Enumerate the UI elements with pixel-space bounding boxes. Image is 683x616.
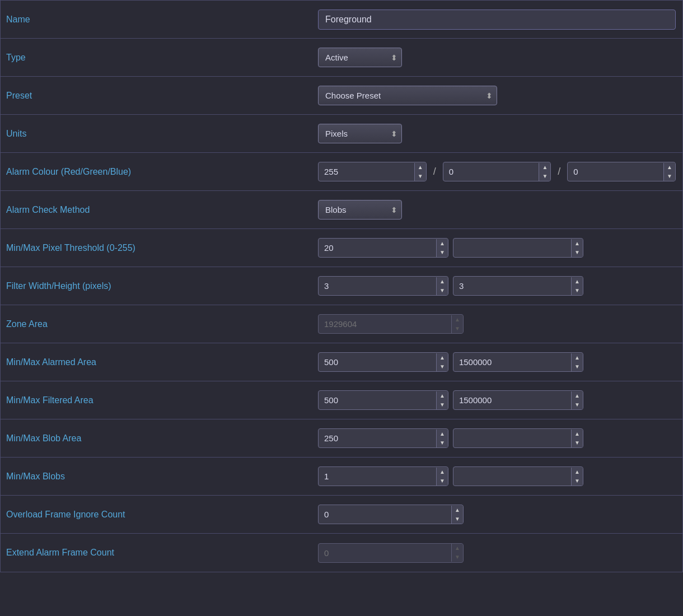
control-units: Pixels Percentage ⬍ (311, 118, 682, 149)
units-select[interactable]: Pixels Percentage (318, 124, 402, 143)
type-select-wrap: Active Inclusive Exclusive Preclusive ⬍ (318, 48, 402, 67)
pixel-threshold-min-down[interactable]: ▼ (437, 248, 448, 257)
row-blob-area: Min/Max Blob Area ▲ ▼ ▲ ▼ (1, 419, 682, 458)
extend-alarm-frame-wrap: ▲ ▼ (318, 543, 464, 563)
control-blob-area: ▲ ▼ ▲ ▼ (311, 423, 682, 454)
label-extend-alarm-frame: Extend Alarm Frame Count (1, 541, 311, 564)
alarmed-area-max-down[interactable]: ▼ (572, 362, 583, 371)
overload-frame-ignore-down[interactable]: ▼ (452, 515, 463, 524)
blobs-min-buttons: ▲ ▼ (436, 468, 448, 486)
pixel-threshold-max-up[interactable]: ▲ (572, 239, 583, 248)
control-alarmed-area: ▲ ▼ ▲ ▼ (311, 347, 682, 377)
extend-alarm-frame-down: ▼ (452, 553, 463, 562)
alarmed-area-min-buttons: ▲ ▼ (436, 353, 448, 371)
pixel-threshold-max-buttons: ▲ ▼ (571, 239, 583, 257)
filtered-area-min-wrap: ▲ ▼ (318, 390, 448, 410)
alarm-colour-b-input[interactable] (568, 162, 663, 181)
blobs-max-up[interactable]: ▲ (572, 468, 583, 477)
blob-area-max-up[interactable]: ▲ (572, 430, 583, 438)
zone-area-down: ▼ (452, 324, 463, 333)
alarm-colour-g-up[interactable]: ▲ (539, 163, 550, 172)
label-alarm-colour: Alarm Colour (Red/Green/Blue) (1, 160, 311, 184)
label-pixel-threshold: Min/Max Pixel Threshold (0-255) (1, 236, 311, 260)
row-units: Units Pixels Percentage ⬍ (1, 115, 682, 153)
alarm-colour-b-up[interactable]: ▲ (664, 163, 675, 172)
filtered-area-max-down[interactable]: ▼ (572, 400, 583, 409)
pixel-threshold-max-down[interactable]: ▼ (572, 248, 583, 257)
alarmed-area-min-down[interactable]: ▼ (437, 362, 448, 371)
blobs-max-down[interactable]: ▼ (572, 477, 583, 486)
control-preset: Choose Preset ⬍ (311, 80, 682, 111)
units-select-wrap: Pixels Percentage ⬍ (318, 124, 402, 143)
alarm-colour-r-input[interactable] (319, 162, 414, 181)
pixel-threshold-min-buttons: ▲ ▼ (436, 239, 448, 257)
label-filter-wh: Filter Width/Height (pixels) (1, 274, 311, 298)
blob-area-max-down[interactable]: ▼ (572, 438, 583, 447)
row-extend-alarm-frame: Extend Alarm Frame Count ▲ ▼ (1, 534, 682, 572)
alarm-colour-r-down[interactable]: ▼ (415, 172, 426, 181)
type-select[interactable]: Active Inclusive Exclusive Preclusive (318, 48, 402, 67)
pixel-threshold-max-input[interactable] (453, 239, 571, 257)
filter-height-input[interactable] (453, 277, 571, 295)
filtered-area-min-down[interactable]: ▼ (437, 400, 448, 409)
label-preset: Preset (1, 84, 311, 108)
blob-area-min-up[interactable]: ▲ (437, 430, 448, 438)
blobs-min-down[interactable]: ▼ (437, 477, 448, 486)
label-filtered-area: Min/Max Filtered Area (1, 389, 311, 412)
filter-height-down[interactable]: ▼ (572, 286, 583, 295)
pixel-threshold-max-wrap: ▲ ▼ (453, 238, 583, 258)
control-pixel-threshold: ▲ ▼ ▲ ▼ (311, 232, 682, 263)
label-units: Units (1, 122, 311, 146)
pixel-threshold-min-up[interactable]: ▲ (437, 239, 448, 248)
blobs-min-up[interactable]: ▲ (437, 468, 448, 477)
zone-area-buttons: ▲ ▼ (451, 315, 463, 333)
pixel-threshold-min-input[interactable] (319, 239, 436, 257)
alarmed-area-max-buttons: ▲ ▼ (571, 353, 583, 371)
blob-area-min-buttons: ▲ ▼ (436, 430, 448, 447)
label-zone-area: Zone Area (1, 312, 311, 336)
blob-area-max-buttons: ▲ ▼ (571, 430, 583, 447)
alarm-colour-g-buttons: ▲ ▼ (539, 163, 550, 181)
filter-width-up[interactable]: ▲ (437, 277, 448, 286)
alarm-colour-b-buttons: ▲ ▼ (663, 163, 675, 181)
alarmed-area-min-input[interactable] (319, 353, 436, 371)
divider-2: / (555, 166, 563, 178)
alarm-colour-r-up[interactable]: ▲ (415, 163, 426, 172)
blob-area-max-input[interactable] (453, 429, 571, 447)
alarm-colour-b-wrap: ▲ ▼ (567, 162, 676, 181)
alarm-colour-g-input[interactable] (443, 162, 539, 181)
overload-frame-ignore-up[interactable]: ▲ (452, 506, 463, 515)
alarm-check-method-select[interactable]: Blobs Pixels (318, 200, 402, 220)
filtered-area-min-input[interactable] (319, 391, 436, 409)
blobs-min-wrap: ▲ ▼ (318, 466, 448, 486)
divider-1: / (431, 166, 438, 178)
filter-width-down[interactable]: ▼ (437, 286, 448, 295)
name-input[interactable] (318, 10, 676, 30)
alarmed-area-max-input[interactable] (453, 353, 571, 371)
row-preset: Preset Choose Preset ⬍ (1, 77, 682, 115)
control-blobs: ▲ ▼ ▲ ▼ (311, 461, 682, 492)
preset-select[interactable]: Choose Preset (318, 86, 497, 105)
alarm-check-method-select-wrap: Blobs Pixels ⬍ (318, 200, 402, 220)
blobs-max-input[interactable] (453, 467, 571, 486)
overload-frame-ignore-input[interactable] (319, 505, 451, 524)
filtered-area-min-buttons: ▲ ▼ (436, 391, 448, 409)
alarm-colour-b-down[interactable]: ▼ (664, 172, 675, 181)
filtered-area-max-input[interactable] (453, 391, 571, 409)
filtered-area-min-up[interactable]: ▲ (437, 391, 448, 400)
blobs-min-input[interactable] (319, 467, 436, 486)
row-filter-wh: Filter Width/Height (pixels) ▲ ▼ ▲ ▼ (1, 267, 682, 305)
blob-area-min-down[interactable]: ▼ (437, 438, 448, 447)
filter-width-input[interactable] (319, 277, 436, 295)
filtered-area-max-up[interactable]: ▲ (572, 391, 583, 400)
control-type: Active Inclusive Exclusive Preclusive ⬍ (311, 42, 682, 73)
alarmed-area-max-up[interactable]: ▲ (572, 353, 583, 362)
blob-area-min-input[interactable] (319, 429, 436, 447)
zone-area-input (319, 315, 451, 333)
alarmed-area-min-up[interactable]: ▲ (437, 353, 448, 362)
control-alarm-colour: ▲ ▼ / ▲ ▼ / ▲ ▼ (311, 156, 682, 187)
filter-height-up[interactable]: ▲ (572, 277, 583, 286)
alarm-colour-g-down[interactable]: ▼ (539, 172, 550, 181)
row-alarm-check-method: Alarm Check Method Blobs Pixels ⬍ (1, 191, 682, 229)
extend-alarm-frame-up: ▲ (452, 544, 463, 553)
